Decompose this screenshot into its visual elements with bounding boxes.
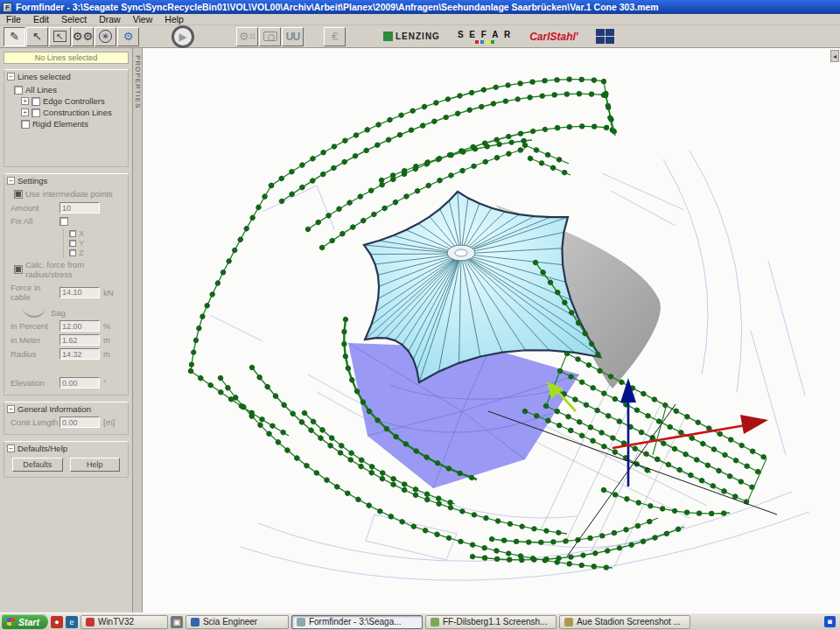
lenzing-logo: LENZING <box>383 32 440 41</box>
amount-field[interactable] <box>60 202 100 214</box>
calc-force-checkbox[interactable] <box>14 265 23 274</box>
settings-section: −Settings Use intermediate points Amount… <box>4 173 129 396</box>
properties-tab-label: PROPERTIES <box>134 55 142 108</box>
camera-icon <box>263 32 277 41</box>
app-icon: F <box>3 3 12 12</box>
vitruvian-man-icon: ✳ <box>99 30 112 43</box>
cost-estimation-button[interactable]: € <box>324 27 346 46</box>
play-icon: ▶ <box>178 31 186 43</box>
machine-settings-button[interactable]: ⚙ <box>117 27 139 46</box>
collapse-icon[interactable]: − <box>7 444 15 452</box>
general-information-header: General Information <box>18 404 91 414</box>
menu-draw[interactable]: Draw <box>93 14 127 24</box>
fix-z-checkbox[interactable] <box>69 249 76 256</box>
coordinate-axes <box>547 378 768 486</box>
design-canvas[interactable]: ◄ <box>143 48 840 612</box>
quick-launch-icon-2[interactable]: e <box>66 616 78 628</box>
radius-field[interactable] <box>60 348 100 360</box>
toolbar: ✎ ↖ ↖ ⚙⚙ ✳ ⚙ ▶ ⚙⌗ UU € LENZING S E F A R… <box>0 25 840 48</box>
properties-panel: No Lines selected −Lines selected All Li… <box>0 48 133 612</box>
taskbar-button-aue-stadion[interactable]: Aue Stadion Screenshot ... <box>559 615 690 629</box>
expand-icon[interactable]: + <box>21 97 29 105</box>
properties-tab-strip[interactable]: PROPERTIES <box>133 48 143 612</box>
in-percent-label: in Percent <box>10 321 56 331</box>
taskbar-button-ff-dilsberg[interactable]: FF-Dilsberg1.1 Screensh... <box>425 615 556 629</box>
help-button[interactable]: Help <box>70 458 121 472</box>
force-in-cable-label: Force in cable <box>10 283 56 302</box>
fix-axes-group: X Y Z <box>63 228 125 257</box>
render-settings-button[interactable]: ⚙⌗ <box>236 27 258 46</box>
euro-icon: € <box>332 30 338 43</box>
menu-select[interactable]: Select <box>55 14 93 24</box>
formfinder-man-button[interactable]: ✳ <box>94 27 116 46</box>
tree-item-all-lines[interactable]: All Lines <box>7 84 125 95</box>
collapse-icon[interactable]: − <box>7 405 15 413</box>
taskbar-button-wintv[interactable]: WinTV32 <box>80 615 168 629</box>
force-in-cable-field[interactable] <box>60 287 100 298</box>
model-viewport[interactable] <box>143 48 840 612</box>
system-tray: ◙ <box>824 616 838 627</box>
tree-item-edge-controllers[interactable]: +Edge Controllers <box>7 95 125 107</box>
defaults-help-section: −Defaults/Help Defaults Help <box>4 441 129 478</box>
expand-icon[interactable]: + <box>21 108 29 116</box>
use-intermediate-checkbox[interactable] <box>14 190 23 199</box>
quick-launch-icon-1[interactable]: ● <box>51 616 63 628</box>
rigid-elements-checkbox[interactable] <box>21 120 30 129</box>
selection-status: No Lines selected <box>4 52 129 64</box>
elevation-field[interactable] <box>60 377 100 388</box>
title-bar[interactable]: F Formfinder - 3:\Seagate Sync\SyncRecyc… <box>0 0 840 14</box>
snapshot-button[interactable] <box>259 27 281 46</box>
blue-gear-icon: ⚙ <box>123 30 134 43</box>
fix-all-label: Fix All <box>10 216 56 226</box>
start-formfinding-button[interactable]: ▶ <box>172 25 194 48</box>
elevation-label: Elevation <box>10 378 56 388</box>
select-tool[interactable]: ↖ <box>26 27 48 46</box>
radius-label: Radius <box>10 349 56 359</box>
gears-tool[interactable]: ⚙⚙ <box>72 27 94 46</box>
draw-pencil-tool[interactable]: ✎ <box>4 27 25 46</box>
double-u-button[interactable]: UU <box>282 27 304 46</box>
start-button[interactable]: Start <box>2 614 48 629</box>
sag-curve-icon <box>23 307 46 318</box>
collapse-icon[interactable]: − <box>7 73 15 80</box>
defaults-button[interactable]: Defaults <box>12 458 63 472</box>
fix-y-checkbox[interactable] <box>69 240 76 247</box>
scia-icon <box>191 618 200 626</box>
partner-logos: LENZING S E F A R CarlStahl' <box>383 29 614 44</box>
quick-launch-icon-3[interactable]: ▣ <box>171 616 183 628</box>
menu-view[interactable]: View <box>127 14 159 24</box>
canvas-collapse-arrow[interactable]: ◄ <box>830 50 839 62</box>
sag-percent-field[interactable] <box>60 320 100 332</box>
image-file-icon <box>430 618 439 626</box>
lenzing-green-box <box>383 32 393 41</box>
tree-item-rigid-elements[interactable]: Rigid Elements <box>7 118 125 130</box>
in-meter-label: in Meter <box>10 335 56 345</box>
cursor-arrow-icon: ↖ <box>32 30 42 43</box>
collapse-icon[interactable]: − <box>7 177 15 185</box>
menu-help[interactable]: Help <box>158 14 190 24</box>
carlstahl-logo: CarlStahl' <box>529 31 578 43</box>
gears-icon: ⚙⚙ <box>73 30 93 43</box>
contr-length-label: Contr.Length <box>10 417 56 427</box>
menu-edit[interactable]: Edit <box>27 14 55 24</box>
blue-membrane[interactable] <box>348 343 579 488</box>
windows-flag-icon <box>7 618 15 626</box>
fix-x-checkbox[interactable] <box>69 230 76 237</box>
construction-lines-checkbox[interactable] <box>32 108 40 117</box>
edge-controllers-checkbox[interactable] <box>32 97 40 106</box>
contr-length-field[interactable] <box>60 416 100 428</box>
double-u-icon: UU <box>286 31 299 43</box>
tray-icon[interactable]: ◙ <box>824 616 836 627</box>
tree-item-construction-lines[interactable]: +Construction Lines <box>7 107 125 118</box>
menu-file[interactable]: File <box>0 14 27 24</box>
all-lines-checkbox[interactable] <box>14 86 23 94</box>
pick-box-tool[interactable]: ↖ <box>49 27 71 46</box>
fix-all-checkbox[interactable] <box>60 217 68 226</box>
sag-meter-field[interactable] <box>60 334 100 346</box>
sefar-color-squares <box>458 40 512 44</box>
taskbar-button-formfinder[interactable]: Formfinder - 3:\Seaga... <box>291 615 423 629</box>
taskbar-button-scia[interactable]: Scia Engineer <box>186 615 289 629</box>
sag-label: Sag <box>51 308 66 318</box>
gear-camera-icon: ⚙⌗ <box>239 30 256 44</box>
formfinder-icon <box>297 618 305 626</box>
